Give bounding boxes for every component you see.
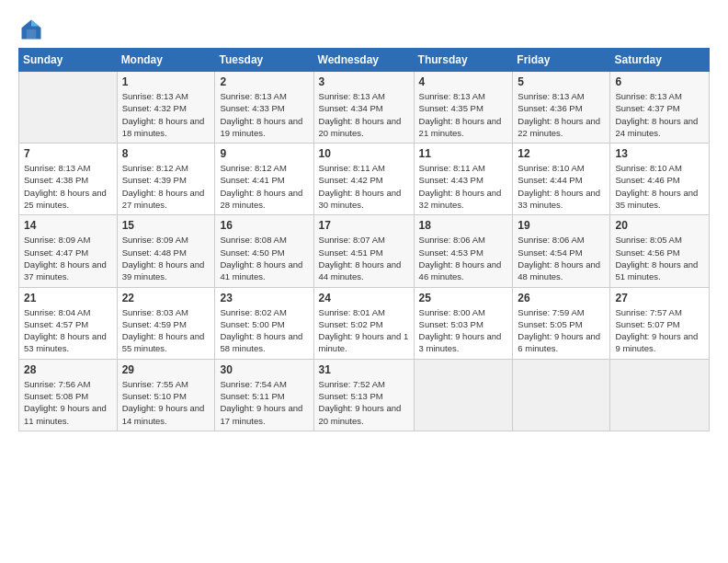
day-detail: Sunrise: 7:59 AMSunset: 5:05 PMDaylight:… bbox=[518, 306, 605, 355]
day-detail: Sunrise: 8:03 AMSunset: 4:59 PMDaylight:… bbox=[122, 306, 210, 355]
day-number: 29 bbox=[122, 363, 210, 376]
calendar-cell: 22Sunrise: 8:03 AMSunset: 4:59 PMDayligh… bbox=[117, 287, 215, 359]
day-number: 3 bbox=[319, 75, 409, 88]
calendar-cell: 5Sunrise: 8:13 AMSunset: 4:36 PMDaylight… bbox=[513, 72, 610, 144]
day-detail: Sunrise: 7:55 AMSunset: 5:10 PMDaylight:… bbox=[122, 378, 210, 427]
day-number: 9 bbox=[220, 147, 308, 160]
day-number: 25 bbox=[419, 292, 508, 304]
week-row-0: 1Sunrise: 8:13 AMSunset: 4:32 PMDaylight… bbox=[19, 72, 710, 144]
day-detail: Sunrise: 8:02 AMSunset: 5:00 PMDaylight:… bbox=[220, 306, 308, 355]
logo bbox=[18, 17, 50, 42]
calendar-cell: 16Sunrise: 8:08 AMSunset: 4:50 PMDayligh… bbox=[215, 215, 313, 287]
svg-rect-2 bbox=[27, 29, 37, 40]
logo-icon bbox=[18, 17, 44, 42]
calendar-cell: 15Sunrise: 8:09 AMSunset: 4:48 PMDayligh… bbox=[117, 215, 215, 287]
week-row-1: 7Sunrise: 8:13 AMSunset: 4:38 PMDaylight… bbox=[19, 144, 710, 215]
weekday-header-monday: Monday bbox=[117, 49, 215, 72]
svg-marker-1 bbox=[31, 20, 40, 27]
day-detail: Sunrise: 8:06 AMSunset: 4:53 PMDaylight:… bbox=[419, 234, 508, 282]
calendar-cell: 6Sunrise: 8:13 AMSunset: 4:37 PMDaylight… bbox=[610, 72, 710, 144]
day-number: 4 bbox=[419, 75, 508, 88]
day-detail: Sunrise: 7:54 AMSunset: 5:11 PMDaylight:… bbox=[220, 378, 308, 427]
calendar-cell: 2Sunrise: 8:13 AMSunset: 4:33 PMDaylight… bbox=[215, 72, 313, 144]
header bbox=[18, 17, 710, 42]
calendar-cell: 24Sunrise: 8:01 AMSunset: 5:02 PMDayligh… bbox=[313, 287, 414, 359]
day-detail: Sunrise: 8:12 AMSunset: 4:41 PMDaylight:… bbox=[220, 162, 308, 211]
day-number: 24 bbox=[319, 292, 409, 304]
calendar-cell bbox=[513, 359, 610, 431]
day-number: 28 bbox=[24, 363, 112, 376]
day-detail: Sunrise: 8:12 AMSunset: 4:39 PMDaylight:… bbox=[122, 162, 210, 211]
week-row-3: 21Sunrise: 8:04 AMSunset: 4:57 PMDayligh… bbox=[19, 287, 710, 359]
calendar-cell: 8Sunrise: 8:12 AMSunset: 4:39 PMDaylight… bbox=[117, 144, 215, 215]
calendar-cell: 9Sunrise: 8:12 AMSunset: 4:41 PMDaylight… bbox=[215, 144, 313, 215]
weekday-header-friday: Friday bbox=[513, 49, 610, 72]
calendar-cell: 28Sunrise: 7:56 AMSunset: 5:08 PMDayligh… bbox=[19, 359, 118, 431]
day-number: 12 bbox=[518, 147, 605, 160]
weekday-header-row: SundayMondayTuesdayWednesdayThursdayFrid… bbox=[19, 49, 710, 72]
calendar-cell: 23Sunrise: 8:02 AMSunset: 5:00 PMDayligh… bbox=[215, 287, 313, 359]
day-detail: Sunrise: 8:11 AMSunset: 4:42 PMDaylight:… bbox=[319, 162, 409, 211]
calendar-cell: 31Sunrise: 7:52 AMSunset: 5:13 PMDayligh… bbox=[313, 359, 414, 431]
calendar-cell: 13Sunrise: 8:10 AMSunset: 4:46 PMDayligh… bbox=[610, 144, 710, 215]
calendar-cell: 17Sunrise: 8:07 AMSunset: 4:51 PMDayligh… bbox=[313, 215, 414, 287]
day-number: 2 bbox=[220, 75, 308, 88]
day-number: 15 bbox=[122, 219, 210, 232]
calendar-cell: 18Sunrise: 8:06 AMSunset: 4:53 PMDayligh… bbox=[414, 215, 513, 287]
day-detail: Sunrise: 8:11 AMSunset: 4:43 PMDaylight:… bbox=[419, 162, 508, 211]
day-number: 5 bbox=[518, 75, 605, 88]
calendar-table: SundayMondayTuesdayWednesdayThursdayFrid… bbox=[18, 48, 710, 431]
day-number: 30 bbox=[220, 363, 308, 376]
day-number: 14 bbox=[24, 219, 112, 232]
day-detail: Sunrise: 8:13 AMSunset: 4:34 PMDaylight:… bbox=[319, 90, 409, 139]
calendar-cell: 11Sunrise: 8:11 AMSunset: 4:43 PMDayligh… bbox=[414, 144, 513, 215]
day-number: 20 bbox=[615, 219, 704, 232]
page: SundayMondayTuesdayWednesdayThursdayFrid… bbox=[0, 0, 728, 563]
day-detail: Sunrise: 8:13 AMSunset: 4:38 PMDaylight:… bbox=[24, 162, 112, 211]
calendar-cell: 1Sunrise: 8:13 AMSunset: 4:32 PMDaylight… bbox=[117, 72, 215, 144]
calendar-cell: 29Sunrise: 7:55 AMSunset: 5:10 PMDayligh… bbox=[117, 359, 215, 431]
day-detail: Sunrise: 8:00 AMSunset: 5:03 PMDaylight:… bbox=[419, 306, 508, 355]
day-detail: Sunrise: 7:57 AMSunset: 5:07 PMDaylight:… bbox=[615, 306, 704, 355]
day-detail: Sunrise: 7:52 AMSunset: 5:13 PMDaylight:… bbox=[319, 378, 409, 427]
day-number: 16 bbox=[220, 219, 308, 232]
day-detail: Sunrise: 8:06 AMSunset: 4:54 PMDaylight:… bbox=[518, 234, 605, 282]
day-detail: Sunrise: 8:09 AMSunset: 4:48 PMDaylight:… bbox=[122, 234, 210, 282]
day-number: 18 bbox=[419, 219, 508, 232]
calendar-cell: 21Sunrise: 8:04 AMSunset: 4:57 PMDayligh… bbox=[19, 287, 118, 359]
day-number: 27 bbox=[615, 292, 704, 304]
day-number: 19 bbox=[518, 219, 605, 232]
calendar-cell: 3Sunrise: 8:13 AMSunset: 4:34 PMDaylight… bbox=[313, 72, 414, 144]
day-detail: Sunrise: 8:13 AMSunset: 4:37 PMDaylight:… bbox=[615, 90, 704, 139]
day-number: 11 bbox=[419, 147, 508, 160]
day-detail: Sunrise: 8:10 AMSunset: 4:46 PMDaylight:… bbox=[615, 162, 704, 211]
calendar-cell: 4Sunrise: 8:13 AMSunset: 4:35 PMDaylight… bbox=[414, 72, 513, 144]
weekday-header-sunday: Sunday bbox=[19, 49, 118, 72]
day-number: 7 bbox=[24, 147, 112, 160]
calendar-cell: 19Sunrise: 8:06 AMSunset: 4:54 PMDayligh… bbox=[513, 215, 610, 287]
day-number: 21 bbox=[24, 292, 112, 304]
day-number: 10 bbox=[319, 147, 409, 160]
day-detail: Sunrise: 8:09 AMSunset: 4:47 PMDaylight:… bbox=[24, 234, 112, 282]
day-detail: Sunrise: 8:07 AMSunset: 4:51 PMDaylight:… bbox=[319, 234, 409, 282]
day-number: 6 bbox=[615, 75, 704, 88]
calendar-cell: 12Sunrise: 8:10 AMSunset: 4:44 PMDayligh… bbox=[513, 144, 610, 215]
day-detail: Sunrise: 8:13 AMSunset: 4:36 PMDaylight:… bbox=[518, 90, 605, 139]
day-number: 8 bbox=[122, 147, 210, 160]
calendar-cell: 10Sunrise: 8:11 AMSunset: 4:42 PMDayligh… bbox=[313, 144, 414, 215]
day-detail: Sunrise: 8:08 AMSunset: 4:50 PMDaylight:… bbox=[220, 234, 308, 282]
day-detail: Sunrise: 8:13 AMSunset: 4:35 PMDaylight:… bbox=[419, 90, 508, 139]
calendar-cell: 7Sunrise: 8:13 AMSunset: 4:38 PMDaylight… bbox=[19, 144, 118, 215]
day-number: 1 bbox=[122, 75, 210, 88]
day-detail: Sunrise: 8:05 AMSunset: 4:56 PMDaylight:… bbox=[615, 234, 704, 282]
day-number: 22 bbox=[122, 292, 210, 304]
day-detail: Sunrise: 8:10 AMSunset: 4:44 PMDaylight:… bbox=[518, 162, 605, 211]
day-number: 31 bbox=[319, 363, 409, 376]
weekday-header-tuesday: Tuesday bbox=[215, 49, 313, 72]
day-detail: Sunrise: 8:01 AMSunset: 5:02 PMDaylight:… bbox=[319, 306, 409, 355]
day-number: 17 bbox=[319, 219, 409, 232]
calendar-cell: 30Sunrise: 7:54 AMSunset: 5:11 PMDayligh… bbox=[215, 359, 313, 431]
weekday-header-wednesday: Wednesday bbox=[313, 49, 414, 72]
calendar-cell: 14Sunrise: 8:09 AMSunset: 4:47 PMDayligh… bbox=[19, 215, 118, 287]
calendar-cell bbox=[610, 359, 710, 431]
